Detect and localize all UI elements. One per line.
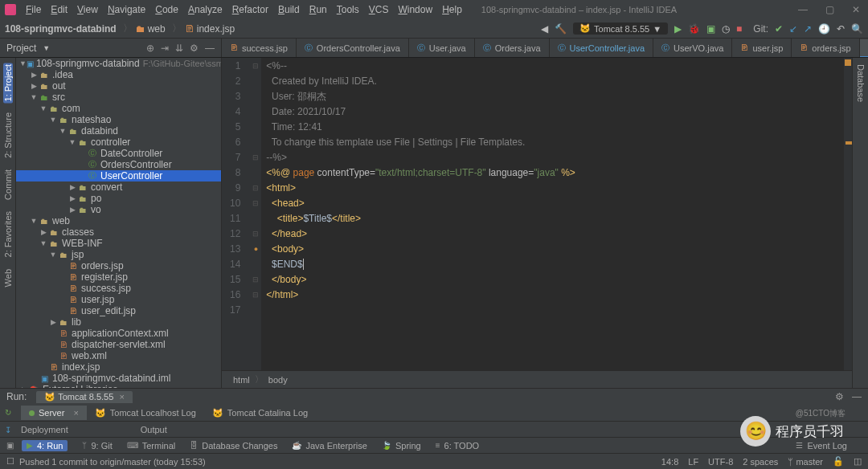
menu-analyze[interactable]: Analyze <box>183 2 227 17</box>
menu-vcs[interactable]: VCS <box>364 2 394 17</box>
code-editor[interactable]: 1234567891011121314151617 ⊟⊟⊟⊟⊟●⊟⊟ <%-- … <box>222 58 852 370</box>
deploy-icon[interactable]: ↧ <box>5 426 11 434</box>
tree-src[interactable]: ▼🖿src <box>16 92 221 103</box>
editor-tab-success-jsp[interactable]: 🖹success.jsp <box>222 39 297 57</box>
maximize-icon[interactable]: ▢ <box>822 4 837 15</box>
menu-edit[interactable]: Edit <box>46 2 72 17</box>
tree-databind[interactable]: ▼🖿databind <box>16 125 221 137</box>
menu-code[interactable]: Code <box>150 2 183 17</box>
readonly-lock-icon[interactable]: 🔓 <box>833 456 844 467</box>
breadcrumb-body[interactable]: body <box>268 375 288 385</box>
rerun-icon[interactable]: ↻ <box>5 408 11 417</box>
left-tab-web[interactable]: Web <box>3 267 13 288</box>
expand-all-icon[interactable]: ⇊ <box>175 43 183 54</box>
git-update-icon[interactable]: ✔ <box>775 23 783 35</box>
git-pull-icon[interactable]: ↙ <box>789 23 797 35</box>
git-push-icon[interactable]: ↗ <box>804 23 812 35</box>
tool-windows-icon[interactable]: ▣ <box>6 441 14 450</box>
tree-usercontroller[interactable]: ⒸUserController <box>16 170 221 181</box>
bottom-tool-database-changes[interactable]: 🗄Database Changes <box>190 441 277 451</box>
coverage-icon[interactable]: ▣ <box>706 23 715 35</box>
event-log[interactable]: ☰Event Log <box>796 441 847 451</box>
tree-jsp[interactable]: ▼🖿jsp <box>16 249 221 260</box>
left-tab-commit[interactable]: Commit <box>3 168 13 202</box>
tree-applicationcontext-xml[interactable]: 🖹applicationContext.xml <box>16 328 221 339</box>
line-separator[interactable]: LF <box>688 457 698 467</box>
tree--idea[interactable]: ▶🖿.idea <box>16 69 221 80</box>
tree-classes[interactable]: ▶🖿classes <box>16 226 221 238</box>
run-subtab-tomcat-localhost-log[interactable]: 🐱Tomcat Localhost Log <box>87 406 204 421</box>
editor-tab-uservo-java[interactable]: ⒸUserVO.java <box>653 39 732 57</box>
vcs-console-icon[interactable]: ☐ <box>6 456 14 467</box>
tree-web[interactable]: ▼🖿web <box>16 215 221 226</box>
bottom-tool-terminal[interactable]: ⌨Terminal <box>127 441 176 451</box>
breadcrumb-file[interactable]: index.jsp <box>197 23 235 35</box>
warning-marker[interactable] <box>845 141 852 145</box>
menu-help[interactable]: Help <box>437 2 467 17</box>
menu-window[interactable]: Window <box>393 2 437 17</box>
menu-build[interactable]: Build <box>273 2 305 17</box>
bottom-tool-java-enterprise[interactable]: ☕Java Enterprise <box>292 441 366 451</box>
tree-user_edit-jsp[interactable]: 🖹user_edit.jsp <box>16 305 221 316</box>
back-icon[interactable]: ◀ <box>541 23 548 35</box>
deployment-label[interactable]: Deployment <box>21 425 68 434</box>
editor-tab-orderscontroller-java[interactable]: ⒸOrdersController.java <box>297 39 409 57</box>
left-tab-2-favorites[interactable]: 2: Favorites <box>3 210 13 259</box>
editor-tab-index-jsp[interactable]: 🖹index.jsp <box>860 39 868 58</box>
tree-com[interactable]: ▼🖿com <box>16 103 221 114</box>
ide-settings-icon[interactable]: ◫ <box>854 456 862 467</box>
hammer-icon[interactable]: 🔨 <box>555 23 567 35</box>
run-tab[interactable]: 🐱 Tomcat 8.5.55 × <box>36 391 132 403</box>
project-tree[interactable]: ▼▣108-springmvc-databindF:\GitHub-Gitee\… <box>16 58 222 388</box>
tree-108-springmvc-databind-iml[interactable]: ▣108-springmvc-databind.iml <box>16 373 221 384</box>
tree-dispatcher-servlet-xml[interactable]: 🖹dispatcher-servlet.xml <box>16 339 221 350</box>
run-subtab-tomcat-catalina-log[interactable]: 🐱Tomcat Catalina Log <box>204 406 316 421</box>
bottom-tool-spring[interactable]: 🍃Spring <box>382 441 421 451</box>
breadcrumb-html[interactable]: html <box>233 375 250 385</box>
run-icon[interactable]: ▶ <box>674 23 682 35</box>
editor-tab-user-jsp[interactable]: 🖹user.jsp <box>732 39 792 57</box>
menu-run[interactable]: Run <box>305 2 332 17</box>
run-settings-icon[interactable]: ⚙ <box>835 391 844 402</box>
menu-refactor[interactable]: Refactor <box>227 2 273 17</box>
git-branch[interactable]: ᛘ master <box>788 457 823 467</box>
tree-vo[interactable]: ▶🖿vo <box>16 204 221 215</box>
tree-orderscontroller[interactable]: ⒸOrdersController <box>16 159 221 170</box>
hide-icon[interactable]: — <box>205 43 215 54</box>
tree-orders-jsp[interactable]: 🖹orders.jsp <box>16 260 221 271</box>
minimize-icon[interactable]: — <box>795 4 811 15</box>
tree-web-inf[interactable]: ▼🖿WEB-INF <box>16 238 221 249</box>
file-encoding[interactable]: UTF-8 <box>708 457 733 467</box>
run-subtab-server[interactable]: Server× <box>21 406 87 420</box>
editor-tab-usercontroller-java[interactable]: ⒸUserController.java <box>550 39 654 57</box>
breadcrumb-root[interactable]: 108-springmvc-databind <box>5 23 117 35</box>
editor-tab-user-java[interactable]: ⒸUser.java <box>409 39 475 57</box>
tree-web-xml[interactable]: 🖹web.xml <box>16 350 221 361</box>
menu-file[interactable]: File <box>21 2 46 17</box>
select-opened-file-icon[interactable]: ⊕ <box>146 43 154 54</box>
tree-user-jsp[interactable]: 🖹user.jsp <box>16 294 221 305</box>
profile-icon[interactable]: ◷ <box>722 23 730 35</box>
stop-icon[interactable]: ■ <box>736 23 742 35</box>
git-history-icon[interactable]: 🕘 <box>818 23 830 35</box>
tree-convert[interactable]: ▶🖿convert <box>16 181 221 193</box>
tree-lib[interactable]: ▶🖿lib <box>16 316 221 328</box>
close-tab-icon[interactable]: × <box>119 392 124 402</box>
git-rollback-icon[interactable]: ↶ <box>837 23 845 35</box>
tree-register-jsp[interactable]: 🖹register.jsp <box>16 271 221 283</box>
bottom-tool-9-git[interactable]: ᛘ9: Git <box>82 441 112 451</box>
run-hide-icon[interactable]: — <box>852 391 862 402</box>
search-icon[interactable]: 🔍 <box>851 23 863 35</box>
indent-settings[interactable]: 2 spaces <box>743 457 778 467</box>
tree-success-jsp[interactable]: 🖹success.jsp <box>16 283 221 294</box>
fold-gutter[interactable]: ⊟⊟⊟⊟⊟●⊟⊟ <box>250 58 261 370</box>
menu-navigate[interactable]: Navigate <box>103 2 150 17</box>
tree-108-springmvc-databind[interactable]: ▼▣108-springmvc-databindF:\GitHub-Gitee\… <box>16 58 221 69</box>
right-tab-database[interactable]: Database <box>856 63 866 104</box>
inspection-warning-icon[interactable] <box>845 59 851 66</box>
editor-tab-orders-java[interactable]: ⒸOrders.java <box>475 39 550 57</box>
caret-position[interactable]: 14:8 <box>661 457 678 467</box>
tree-index-jsp[interactable]: 🖹index.jsp <box>16 361 221 373</box>
left-tab-2-structure[interactable]: 2: Structure <box>3 111 13 160</box>
code-content[interactable]: <%-- Created by IntelliJ IDEA. User: 邵桐杰… <box>261 58 844 370</box>
